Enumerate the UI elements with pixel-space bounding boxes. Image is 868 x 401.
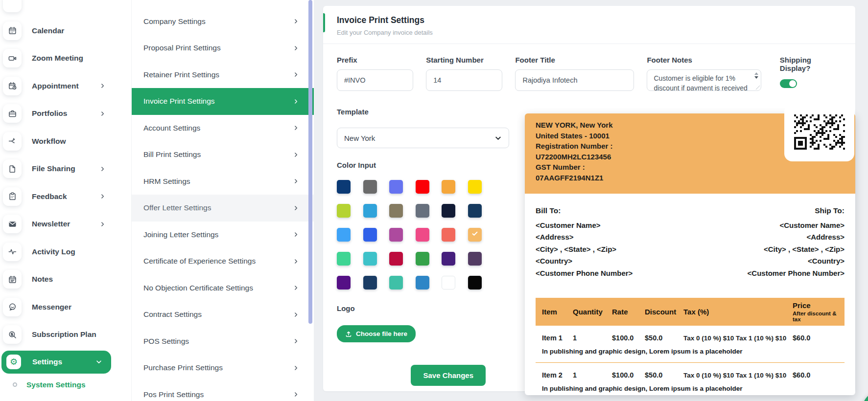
color-swatch-111b35[interactable] — [442, 204, 455, 218]
sidebar-item-appointment[interactable]: Appointment — [3, 72, 131, 100]
sidebar-item-label: Appointment — [32, 82, 79, 90]
chevron-right-icon — [293, 45, 299, 51]
pulse-icon — [3, 243, 22, 261]
submenu-item-certificate-of-experience-settings[interactable]: Certificate of Experience Settings — [132, 248, 314, 275]
chevron-right-icon — [293, 285, 299, 291]
column-header-tax-%-: Tax (%) — [677, 308, 786, 316]
color-swatch-fcdc00[interactable] — [468, 180, 482, 194]
sidebar-item-activity-log[interactable]: Activity Log — [3, 238, 131, 266]
prefix-input[interactable] — [337, 69, 413, 91]
sidebar-item-workflow[interactable]: Workflow — [3, 128, 131, 156]
color-swatch-b5d333[interactable] — [337, 204, 351, 218]
submenu-scrollbar[interactable] — [308, 0, 312, 324]
submenu-item-company-settings[interactable]: Company Settings — [132, 8, 314, 35]
color-swatch-070707[interactable] — [468, 276, 482, 290]
submenu-item-purchase-print-settings[interactable]: Purchase Print Settings — [132, 355, 314, 381]
color-swatch-551086[interactable] — [337, 276, 351, 290]
color-swatch-f5a73b[interactable] — [442, 180, 455, 194]
item-description: In publishing and graphic design, Lorem … — [536, 379, 845, 395]
color-swatch-bd0c3d[interactable] — [389, 252, 403, 266]
save-changes-button[interactable]: Save Changes — [411, 365, 486, 386]
party-line: <Country> — [536, 255, 633, 267]
starting-number-input[interactable] — [426, 69, 502, 91]
sidebar-item-feedback[interactable]: Feedback — [3, 183, 131, 211]
sidebar-item-messenger[interactable]: Messenger — [3, 293, 131, 321]
sidebar-item-file-sharing[interactable]: File Sharing — [3, 155, 131, 183]
submenu-item-offer-letter-settings[interactable]: Offer Letter Settings — [132, 195, 314, 222]
sidebar-item-subscription-plan[interactable]: Subscription Plan — [3, 321, 131, 349]
sidebar-item-notes[interactable]: Notes — [3, 266, 131, 293]
color-swatch-46207d[interactable] — [442, 252, 455, 266]
resize-handle-icon[interactable] — [756, 86, 760, 89]
color-swatch-6673f0[interactable] — [389, 180, 403, 194]
sidebar-item-label: Portfolios — [32, 109, 67, 118]
sidebar-item-settings[interactable]: ⚙ Settings — [1, 351, 111, 374]
party-line: <Country> — [748, 255, 845, 267]
chevron-down-icon — [494, 134, 502, 142]
sidebar-item-portfolios[interactable]: Portfolios — [3, 100, 131, 128]
color-swatch-30a3da[interactable] — [363, 204, 377, 218]
ship-to-title: Ship To: — [748, 206, 845, 215]
submenu-item-hrm-settings[interactable]: HRM Settings — [132, 168, 314, 195]
shipping-display-toggle[interactable] — [780, 79, 797, 88]
color-swatch-3ea3f7[interactable] — [337, 228, 351, 242]
sidebar-item-label: Subscription Plan — [32, 330, 96, 339]
sidebar-item-zoom-meeting[interactable]: Zoom Meeting — [3, 45, 131, 72]
scroll-down-icon[interactable] — [754, 76, 758, 79]
sidebar-item-clipped[interactable] — [3, 0, 131, 17]
submenu-item-retainer-print-settings[interactable]: Retainer Print Settings — [132, 62, 314, 89]
color-swatch-f2695c[interactable] — [442, 228, 455, 242]
submenu-item-invoice-print-settings[interactable]: Invoice Print Settings — [132, 88, 314, 115]
envelope-icon — [3, 215, 22, 233]
color-swatch-0b3a75[interactable] — [337, 180, 351, 194]
footer-title-input[interactable] — [515, 69, 634, 91]
color-swatch-ef4a87[interactable] — [416, 228, 429, 242]
submenu-item-no-objection-certificate-settings[interactable]: No Objection Certificate Settings — [132, 275, 314, 302]
color-swatch-1a3c64[interactable] — [363, 276, 377, 290]
color-swatch-3ec2c9[interactable] — [363, 252, 377, 266]
sidebar-item-newsletter[interactable]: Newsletter — [3, 210, 131, 238]
party-line: <Customer Phone Number> — [536, 267, 633, 279]
shipping-display-label: Shipping Display? — [780, 56, 842, 72]
submenu-item-joining-letter-settings[interactable]: Joining Letter Settings — [132, 222, 314, 248]
color-swatch-3fd594[interactable] — [337, 252, 351, 266]
color-swatch-533c63[interactable] — [468, 252, 482, 266]
submenu-item-proposal-print-settings[interactable]: Proposal Print Settings — [132, 35, 314, 62]
color-swatch-67707d[interactable] — [416, 204, 429, 218]
color-swatch-ad4a9e[interactable] — [389, 228, 403, 242]
submenu-item-pos-settings[interactable]: POS Settings — [132, 328, 314, 355]
sidebar-item-calendar[interactable]: Calendar — [3, 17, 131, 45]
color-swatch-163a5f[interactable] — [468, 204, 482, 218]
template-select[interactable]: New York — [337, 128, 509, 148]
color-swatch-f5b966[interactable] — [468, 228, 482, 242]
color-swatch-857b61[interactable] — [389, 204, 403, 218]
cell-price: $60.0 — [786, 371, 845, 379]
color-swatch-6b6b6b[interactable] — [363, 180, 377, 194]
column-header-price: PriceAfter discount & tax — [786, 301, 845, 322]
invoice-address-line: GST Number : — [536, 162, 777, 173]
color-input-label: Color Input — [337, 161, 509, 169]
choose-file-button[interactable]: Choose file here — [337, 325, 416, 342]
calendar-clock-icon — [3, 77, 22, 95]
column-header-quantity: Quantity — [566, 308, 606, 316]
color-swatch-ffffff[interactable] — [442, 276, 455, 290]
sidebar-item-system-settings[interactable]: System Settings — [3, 380, 131, 389]
color-swatch-fb0007[interactable] — [416, 180, 429, 194]
template-settings-column: Template New York Color Input Logo Choos… — [337, 108, 509, 386]
submenu-item-clipped[interactable]: System Settings — [132, 0, 314, 8]
cell-quantity: 1 — [566, 334, 606, 342]
submenu-item-contract-settings[interactable]: Contract Settings — [132, 301, 314, 328]
submenu-item-pos-print-settings[interactable]: Pos Print Settings — [132, 381, 314, 401]
color-swatch-3fc0a7[interactable] — [389, 276, 403, 290]
cell-tax: Tax 0 (10 %) $10 Tax 1 (10 %) $10 — [677, 334, 786, 342]
color-swatch-2e86c6[interactable] — [416, 276, 429, 290]
cell-rate: $100.0 — [606, 334, 638, 342]
chevron-right-icon — [99, 166, 106, 172]
footer-notes-textarea[interactable]: Customer is eligible for 1% discount if … — [647, 69, 761, 91]
submenu-item-account-settings[interactable]: Account Settings — [132, 115, 314, 142]
color-swatch-3061e9[interactable] — [363, 228, 377, 242]
submenu-item-bill-print-settings[interactable]: Bill Print Settings — [132, 141, 314, 168]
scroll-up-icon[interactable] — [754, 72, 758, 75]
gear-icon: ⚙ — [6, 355, 21, 369]
color-swatch-35a24a[interactable] — [416, 252, 429, 266]
